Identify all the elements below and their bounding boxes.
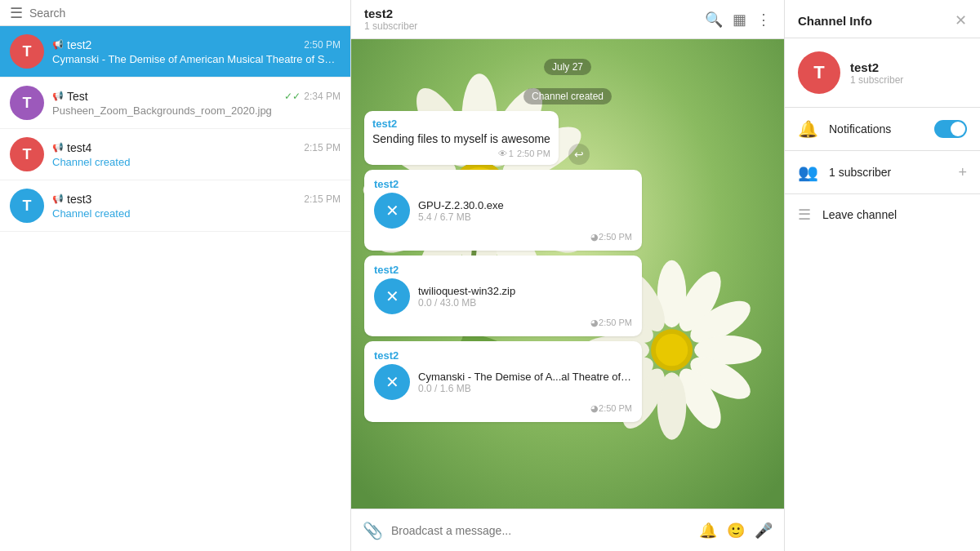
message-bubble-1: test2 Sending files to myself is awesome… [364, 111, 559, 165]
channel-name: test2 [850, 60, 903, 74]
chat-item-test[interactable]: T📢Test✓✓2:34 PMPusheen_Zoom_Backgrounds_… [0, 78, 350, 129]
chat-header-icons: 🔍 ▦ ⋮ [705, 11, 771, 29]
channel-icon-test2: 📢 [52, 39, 64, 50]
file-sender-2: test2 [374, 264, 632, 276]
add-subscriber-icon[interactable]: + [958, 164, 967, 181]
panel-title: Channel Info [798, 14, 872, 28]
file-size-1: 5.4 / 6.7 MB [418, 211, 632, 223]
file-size-2: 0.0 / 43.0 MB [418, 297, 632, 309]
chat-background: July 27 Channel created test2 Sending fi… [351, 39, 784, 509]
channel-sub: 1 subscriber [850, 74, 903, 86]
msg-views-1: 👁 1 [498, 149, 514, 158]
file-download-2[interactable]: ✕ [374, 278, 410, 314]
file-time-3: 2:50 PM [599, 403, 632, 414]
chat-preview-test: Pusheen_Zoom_Backgrounds_room_2020.jpg [52, 104, 341, 117]
chat-time-test: 2:34 PM [304, 91, 341, 102]
leave-row[interactable]: ☰ Leave channel [785, 194, 980, 235]
file-time-1: 2:50 PM [599, 232, 632, 242]
search-icon[interactable]: 🔍 [705, 11, 723, 29]
notifications-row: 🔔 Notifications [785, 108, 980, 151]
emoji-icon[interactable]: 🙂 [727, 522, 745, 540]
menu-icon[interactable]: ☰ [10, 4, 23, 22]
chat-header: test2 1 subscriber 🔍 ▦ ⋮ [351, 0, 784, 39]
chat-name-test2: test2 [67, 38, 91, 51]
chat-name-test3: test3 [67, 193, 91, 206]
msg-footer-1: 👁 1 2:50 PM [372, 149, 550, 158]
chat-preview-test2: Cymanski - The Demise of American Musica… [52, 53, 341, 65]
channel-icon-test4: 📢 [52, 142, 64, 153]
file-bubble-1: test2 ✕ GPU-Z.2.30.0.exe 5.4 / 6.7 MB ◕ … [364, 170, 642, 251]
input-bar: 📎 🔔 🙂 🎤 [351, 509, 784, 551]
channel-icon-test3: 📢 [52, 193, 64, 204]
file-footer-2: ◕ 2:50 PM [374, 318, 632, 328]
chat-title: test2 [364, 7, 697, 20]
search-bar: ☰ [0, 0, 350, 26]
chat-time-test2: 2:50 PM [304, 39, 341, 51]
forward-button-1[interactable]: ↩ [568, 144, 590, 165]
subscribers-icon: 👥 [798, 162, 817, 182]
bell-info-icon: 🔔 [798, 119, 817, 139]
mic-icon[interactable]: 🎤 [755, 522, 773, 540]
file-views-2: ◕ [590, 318, 599, 328]
file-info-3: Cymanski - The Demise of A...al Theatre … [418, 371, 632, 394]
file-bubble-3: test2 ✕ Cymanski - The Demise of A...al … [364, 341, 642, 422]
close-button[interactable]: ✕ [955, 11, 967, 29]
leave-label: Leave channel [822, 208, 897, 221]
chat-preview-test4: Channel created [52, 156, 341, 168]
file-info-2: twilioquest-win32.zip 0.0 / 43.0 MB [418, 285, 632, 309]
avatar-test3: T [10, 189, 44, 223]
search-input[interactable] [29, 7, 341, 20]
chat-name-test4: test4 [67, 141, 91, 154]
chat-content-test3: 📢test32:15 PMChannel created [52, 193, 341, 220]
avatar-test2: T [10, 34, 44, 69]
file-info-1: GPU-Z.2.30.0.exe 5.4 / 6.7 MB [418, 199, 632, 223]
chat-content-test4: 📢test42:15 PMChannel created [52, 141, 341, 168]
file-views-3: ◕ [590, 403, 599, 414]
file-row-3: ✕ Cymanski - The Demise of A...al Theatr… [374, 364, 632, 400]
chat-list: T📢test22:50 PMCymanski - The Demise of A… [0, 26, 350, 551]
chat-item-test2[interactable]: T📢test22:50 PMCymanski - The Demise of A… [0, 26, 350, 78]
file-row-1: ✕ GPU-Z.2.30.0.exe 5.4 / 6.7 MB [374, 193, 632, 229]
chat-item-test4[interactable]: T📢test42:15 PMChannel created [0, 129, 350, 180]
file-name-2: twilioquest-win32.zip [418, 285, 632, 297]
channel-created-badge: Channel created [364, 88, 771, 103]
file-name-3: Cymanski - The Demise of A...al Theatre … [418, 371, 632, 383]
chat-messages: July 27 Channel created test2 Sending fi… [351, 39, 784, 435]
message-input[interactable] [391, 524, 691, 537]
message-row-1: test2 Sending files to myself is awesome… [364, 111, 771, 165]
file-sender-3: test2 [374, 349, 632, 362]
input-right-icons: 🔔 🙂 🎤 [699, 522, 773, 540]
file-row-2: ✕ twilioquest-win32.zip 0.0 / 43.0 MB [374, 278, 632, 314]
more-icon[interactable]: ⋮ [756, 11, 771, 29]
chat-preview-test3: Channel created [52, 207, 341, 220]
chat-subtitle: 1 subscriber [364, 20, 697, 32]
channel-icon-test: 📢 [52, 91, 64, 101]
chat-header-info: test2 1 subscriber [364, 7, 697, 32]
leave-icon: ☰ [798, 206, 811, 224]
avatar-test: T [10, 86, 44, 120]
file-footer-1: ◕ 2:50 PM [374, 232, 632, 242]
avatar-test4: T [10, 137, 44, 171]
right-panel: Channel Info ✕ T test2 1 subscriber 🔔 No… [784, 0, 980, 551]
columns-icon[interactable]: ▦ [733, 11, 746, 29]
channel-info-top: T test2 1 subscriber [785, 38, 980, 108]
file-sender-1: test2 [374, 178, 632, 190]
channel-avatar: T [798, 51, 840, 94]
channel-text-info: test2 1 subscriber [850, 60, 903, 86]
file-download-1[interactable]: ✕ [374, 193, 410, 229]
file-name-1: GPU-Z.2.30.0.exe [418, 199, 632, 211]
check-icon-test: ✓✓ [284, 91, 301, 102]
attach-icon[interactable]: 📎 [363, 521, 383, 540]
right-panel-header: Channel Info ✕ [785, 0, 980, 38]
notifications-label: Notifications [829, 122, 923, 136]
bell-icon[interactable]: 🔔 [699, 522, 717, 540]
chat-item-test3[interactable]: T📢test32:15 PMChannel created [0, 180, 350, 232]
file-time-2: 2:50 PM [599, 318, 632, 328]
file-footer-3: ◕ 2:50 PM [374, 403, 632, 414]
subscribers-label: 1 subscriber [829, 166, 947, 179]
file-views-1: ◕ [590, 232, 599, 242]
msg-time-1: 2:50 PM [517, 149, 550, 158]
notifications-toggle[interactable] [934, 120, 967, 138]
file-download-3[interactable]: ✕ [374, 364, 410, 400]
msg-text-1: Sending files to myself is awesome [372, 132, 550, 145]
